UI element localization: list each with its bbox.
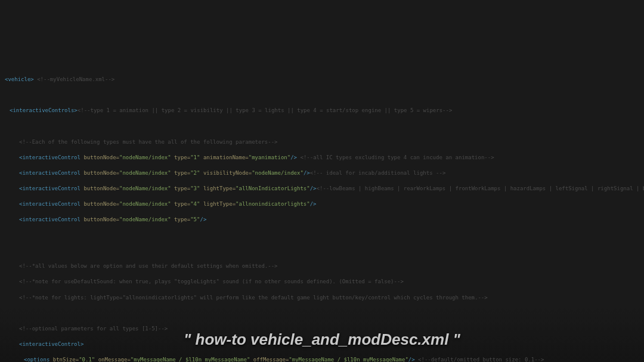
val: "0.1" xyxy=(79,357,95,362)
val: "myanimation" xyxy=(249,154,290,160)
attr: buttonNode= xyxy=(83,216,119,222)
val: "nodeName/index" xyxy=(119,185,171,191)
comment: <!--myVehicleName.xml--> xyxy=(34,76,114,82)
attr: lightType= xyxy=(200,201,236,207)
comment: <!--all IC types excluding type 4 can in… xyxy=(297,154,494,160)
val: "1" xyxy=(190,154,200,160)
attr: buttonNode= xyxy=(83,201,119,207)
val: "2" xyxy=(190,170,200,176)
tag: <options xyxy=(24,357,53,362)
attr: buttonNode= xyxy=(83,185,119,191)
val: "allNonIndicatorLights" xyxy=(236,185,310,191)
comment: <!--*note for lights: lightType="allnoni… xyxy=(19,295,488,301)
tag: <interactiveControl xyxy=(19,154,83,160)
comment: <!--*note for useDefaultSound: when true… xyxy=(19,279,404,284)
attr: animationName= xyxy=(200,154,248,160)
attr: type= xyxy=(171,201,191,207)
val: "nodeName/index" xyxy=(119,216,171,222)
val: "allnonindicatorlights" xyxy=(236,201,310,207)
comment: <!-- ideal for incab/additional lights -… xyxy=(310,170,446,176)
val: "3" xyxy=(190,185,200,191)
comment: <!--*all values below are option and use… xyxy=(19,263,277,269)
tag: /> xyxy=(408,357,415,362)
tag: <vehicle> xyxy=(5,76,34,82)
tag: <interactiveControl xyxy=(19,201,83,207)
attr: onMessage= xyxy=(95,357,131,362)
comment: <!--Each of the following types must hav… xyxy=(19,139,277,145)
tag: <interactiveControl xyxy=(19,216,83,222)
val: "myMessageName / $l10n_myMessageName" xyxy=(289,357,408,362)
tag: /> xyxy=(304,170,310,176)
attr: type= xyxy=(171,216,191,222)
attr: type= xyxy=(171,170,191,176)
val: "nodeName/index" xyxy=(119,170,171,176)
val: "5" xyxy=(190,216,200,222)
comment: <!--default/omitted button size: 0.1--> xyxy=(415,357,544,362)
attr: buttonNode= xyxy=(83,154,119,160)
tag: <interactiveControl xyxy=(19,170,83,176)
comment: <!--lowBeams | highBeams | rearWorkLamps… xyxy=(317,185,644,191)
val: "nodeName/index" xyxy=(119,154,171,160)
attr: btnSize= xyxy=(53,357,79,362)
tag: <interactiveControls> xyxy=(10,107,78,113)
attr: type= xyxy=(171,154,191,160)
comment: <!--type 1 = animation || type 2 = visib… xyxy=(78,107,453,113)
attr: lightType= xyxy=(200,185,236,191)
val: "nodeName/index" xyxy=(252,170,304,176)
attr: offMessage= xyxy=(250,357,289,362)
attr: visibilityNode= xyxy=(200,170,252,176)
val: "4" xyxy=(190,201,200,207)
attr: buttonNode= xyxy=(83,170,119,176)
tag: /> xyxy=(290,154,297,160)
tag: /> xyxy=(310,185,317,191)
val: "nodeName/index" xyxy=(119,201,171,207)
attr: type= xyxy=(171,185,191,191)
code-block: <vehicle> <!--myVehicleName.xml--> <inte… xyxy=(5,68,639,362)
tag: <interactiveControl xyxy=(19,185,83,191)
tag: /> xyxy=(310,201,317,207)
val: "myMessageName / $l10n_myMessageName" xyxy=(131,357,250,362)
image-caption: " how-to vehicle_and_modDesc.xml " xyxy=(0,329,644,351)
tag: /> xyxy=(200,216,206,222)
